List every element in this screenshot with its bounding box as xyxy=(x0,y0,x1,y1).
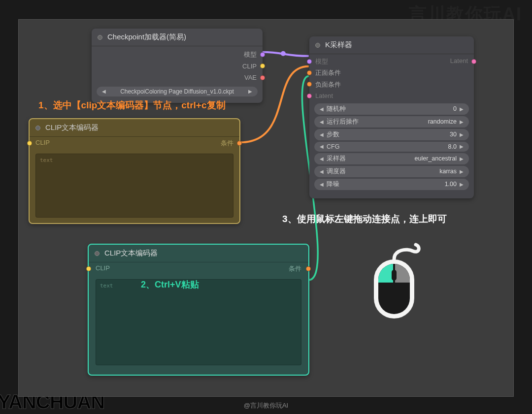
collapse-icon[interactable] xyxy=(35,126,40,130)
collapse-icon[interactable] xyxy=(315,43,320,48)
param-label: 运行后操作 xyxy=(327,118,423,126)
port-dot-clip[interactable] xyxy=(260,64,265,68)
port-model-out[interactable]: 模型 xyxy=(92,49,263,61)
arrow-left-icon[interactable]: ◀ xyxy=(101,89,106,94)
port-dot-cond-out[interactable] xyxy=(306,266,311,271)
arrow-left-icon[interactable]: ◀ xyxy=(319,106,324,112)
port-dot-latent-out[interactable] xyxy=(471,59,476,64)
node-canvas[interactable]: Checkpoint加载器(简易) 模型 CLIP VAE ◀ Checkpoi… xyxy=(18,19,514,397)
port-dot-clip-in[interactable] xyxy=(27,141,32,146)
arrow-right-icon[interactable]: ▶ xyxy=(459,169,464,174)
port-dot-positive[interactable] xyxy=(307,70,312,75)
param-步数[interactable]: ◀步数30▶ xyxy=(314,129,469,140)
arrow-left-icon[interactable]: ◀ xyxy=(319,169,324,174)
node-title: Checkpoint加载器(简易) xyxy=(107,32,186,42)
port-positive-in[interactable]: 正面条件 xyxy=(309,67,474,79)
arrow-left-icon[interactable]: ◀ xyxy=(319,156,324,161)
port-conditioning-out[interactable]: 条件 xyxy=(289,265,301,272)
mouse-drag-icon xyxy=(358,242,427,328)
arrow-right-icon[interactable]: ▶ xyxy=(459,119,464,125)
arrow-right-icon[interactable]: ▶ xyxy=(459,132,464,137)
arrow-right-icon[interactable]: ▶ xyxy=(248,89,253,94)
param-降噪[interactable]: ◀降噪1.00▶ xyxy=(314,179,469,190)
port-dot-model[interactable] xyxy=(260,52,265,57)
param-label: 降噪 xyxy=(327,180,440,189)
node-title: CLIP文本编码器 xyxy=(45,123,99,132)
port-latent-out[interactable]: Latent xyxy=(450,57,468,64)
checkpoint-picker[interactable]: ◀ CheckpoiColoring Page Diffusion_v1.0.c… xyxy=(97,87,258,96)
port-latent-in[interactable]: Latent xyxy=(309,90,474,102)
arrow-left-icon[interactable]: ◀ xyxy=(319,132,324,137)
param-value: 30 xyxy=(450,131,457,138)
port-conditioning-out[interactable]: 条件 xyxy=(221,139,233,147)
collapse-icon[interactable] xyxy=(98,35,102,40)
arrow-right-icon[interactable]: ▶ xyxy=(459,106,464,112)
param-运行后操作[interactable]: ◀运行后操作randomize▶ xyxy=(314,116,469,127)
svg-point-0 xyxy=(281,51,286,56)
param-随机种[interactable]: ◀随机种0▶ xyxy=(314,103,469,115)
port-negative-in[interactable]: 负面条件 xyxy=(309,79,474,91)
param-label: 随机种 xyxy=(327,105,448,113)
node-clip-encoder-1[interactable]: CLIP文本编码器 CLIP 条件 text xyxy=(29,118,240,224)
arrow-left-icon[interactable]: ◀ xyxy=(319,119,324,125)
param-label: 采样器 xyxy=(327,155,410,163)
annotation-step-2: 2、Ctrl+V粘贴 xyxy=(141,279,199,290)
collapse-icon[interactable] xyxy=(95,251,100,256)
port-dot-model-in[interactable] xyxy=(307,59,312,64)
prompt-textarea[interactable]: text xyxy=(96,279,301,365)
annotation-step-3: 3、使用鼠标左键拖动连接点，连上即可 xyxy=(282,213,447,225)
port-clip-out[interactable]: CLIP xyxy=(92,61,263,72)
port-clip-in[interactable]: CLIP xyxy=(35,139,50,146)
port-vae-out[interactable]: VAE xyxy=(92,72,263,84)
param-value: 8.0 xyxy=(448,143,457,150)
node-title: K采样器 xyxy=(325,40,352,50)
node-header[interactable]: CLIP文本编码器 xyxy=(89,245,308,262)
param-value: 0 xyxy=(453,105,457,112)
port-dot-vae[interactable] xyxy=(260,75,265,80)
port-dot-clip-in[interactable] xyxy=(86,266,91,271)
node-header[interactable]: K采样器 xyxy=(309,36,474,54)
node-title: CLIP文本编码器 xyxy=(104,249,158,258)
port-clip-in[interactable]: CLIP xyxy=(96,264,110,272)
param-value: randomize xyxy=(428,118,457,125)
port-dot-negative[interactable] xyxy=(307,82,312,87)
annotation-step-1: 1、选中【clip文本编码器】节点，ctrl+c复制 xyxy=(38,99,226,112)
port-dot-cond-out[interactable] xyxy=(237,141,242,146)
arrow-left-icon[interactable]: ◀ xyxy=(319,182,324,187)
arrow-left-icon[interactable]: ◀ xyxy=(319,144,324,149)
node-clip-encoder-2[interactable]: CLIP文本编码器 CLIP 条件 text xyxy=(88,244,309,376)
node-header[interactable]: CLIP文本编码器 xyxy=(30,119,239,137)
param-label: 调度器 xyxy=(327,167,434,176)
param-CFG[interactable]: ◀CFG8.0▶ xyxy=(314,142,469,152)
param-value: euler_ancestral xyxy=(415,155,457,162)
param-调度器[interactable]: ◀调度器karras▶ xyxy=(314,166,469,177)
param-value: karras xyxy=(439,168,457,175)
footer-credit: @言川教你玩AI xyxy=(0,401,532,410)
arrow-right-icon[interactable]: ▶ xyxy=(459,144,464,149)
arrow-right-icon[interactable]: ▶ xyxy=(459,182,464,187)
port-model-in[interactable]: 模型 xyxy=(315,58,328,65)
node-ksampler[interactable]: K采样器 模型 Latent 正面条件 负面条件 xyxy=(309,36,474,198)
prompt-textarea[interactable]: text xyxy=(35,154,233,218)
port-dot-latent-in[interactable] xyxy=(307,94,312,98)
param-value: 1.00 xyxy=(445,181,457,188)
arrow-right-icon[interactable]: ▶ xyxy=(459,156,464,161)
param-label: CFG xyxy=(327,143,443,150)
param-采样器[interactable]: ◀采样器euler_ancestral▶ xyxy=(314,153,469,164)
node-header[interactable]: Checkpoint加载器(简易) xyxy=(92,29,263,46)
node-checkpoint-loader[interactable]: Checkpoint加载器(简易) 模型 CLIP VAE ◀ Checkpoi… xyxy=(92,29,263,103)
param-label: 步数 xyxy=(327,130,445,139)
